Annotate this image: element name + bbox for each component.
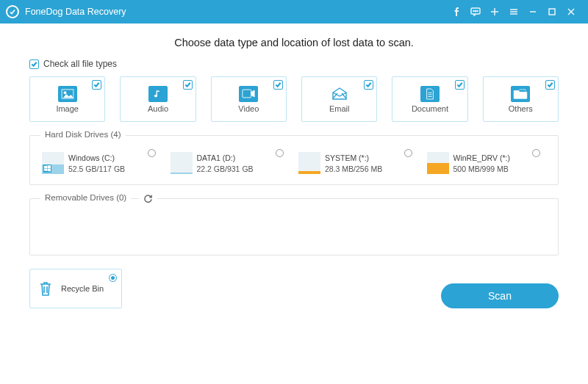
type-card-document[interactable]: Document: [392, 76, 467, 122]
menu-icon[interactable]: [504, 0, 523, 23]
footer: Recycle Bin Scan: [0, 269, 588, 322]
svg-point-1: [473, 10, 474, 11]
drive-item-c[interactable]: Windows (C:) 52.5 GB/117 GB: [40, 151, 163, 175]
type-checkbox-image[interactable]: [92, 80, 101, 90]
document-icon: [420, 86, 440, 102]
video-icon: [239, 86, 258, 102]
drive-radio[interactable]: [532, 149, 540, 157]
drive-radio[interactable]: [404, 149, 412, 157]
drive-item-system[interactable]: SYSTEM (*:) 28.3 MB/256 MB: [297, 151, 420, 175]
hdd-group: Hard Disk Drives (4) Windows (C:) 52.5 G…: [29, 135, 559, 185]
hdd-row: Windows (C:) 52.5 GB/117 GB DATA1 (D:) 2…: [40, 151, 548, 175]
type-label: Document: [412, 104, 448, 113]
svg-point-3: [477, 10, 478, 11]
email-icon: [330, 86, 349, 102]
drive-size: 28.3 MB/256 MB: [325, 164, 382, 174]
maximize-icon[interactable]: [542, 0, 562, 23]
type-checkbox-document[interactable]: [455, 80, 465, 90]
hdd-group-title: Hard Disk Drives (4): [40, 130, 126, 139]
type-label: Audio: [148, 104, 168, 113]
removable-group: Removable Drives (0): [29, 198, 559, 256]
type-card-video[interactable]: Video: [211, 76, 287, 122]
check-all-checkbox[interactable]: [29, 59, 39, 69]
check-all-label: Check all file types: [43, 59, 117, 69]
facebook-icon[interactable]: [447, 0, 466, 23]
drive-item-winre[interactable]: WinRE_DRV (*:) 500 MB/999 MB: [426, 151, 548, 175]
type-label: Video: [238, 104, 259, 113]
drive-radio[interactable]: [276, 149, 284, 157]
titlebar: FoneDog Data Recovery: [0, 0, 588, 23]
type-card-email[interactable]: Email: [301, 76, 377, 122]
minimize-icon[interactable]: [523, 0, 542, 23]
svg-rect-4: [549, 9, 555, 15]
recycle-label: Recycle Bin: [61, 284, 104, 293]
drive-icon: [171, 152, 193, 174]
type-checkbox-email[interactable]: [364, 80, 373, 90]
app-logo-icon: [6, 5, 19, 18]
type-label: Image: [56, 104, 79, 113]
svg-point-7: [154, 95, 157, 97]
svg-rect-8: [243, 90, 251, 98]
removable-group-title: Removable Drives (0): [40, 193, 131, 202]
refresh-button[interactable]: [139, 193, 157, 206]
drive-name: SYSTEM (*:): [325, 153, 382, 163]
trash-icon: [37, 280, 54, 297]
page-heading: Choose data type and location of lost da…: [29, 37, 559, 48]
type-card-others[interactable]: Others: [483, 76, 559, 122]
file-types-row: Image Audio Video Email Document Others: [29, 76, 559, 122]
type-label: Others: [509, 104, 533, 113]
image-icon: [58, 86, 77, 102]
drive-icon: [42, 152, 64, 174]
main-content: Choose data type and location of lost da…: [0, 37, 588, 256]
type-checkbox-others[interactable]: [545, 80, 555, 90]
drive-size: 52.5 GB/117 GB: [68, 164, 125, 174]
close-icon[interactable]: [562, 0, 581, 23]
type-label: Email: [329, 104, 350, 113]
drive-size: 500 MB/999 MB: [453, 164, 510, 174]
drive-icon: [298, 152, 320, 174]
folder-icon: [511, 86, 530, 102]
type-checkbox-video[interactable]: [273, 80, 283, 90]
type-card-image[interactable]: Image: [29, 76, 105, 122]
recycle-radio[interactable]: [109, 274, 117, 282]
drive-name: DATA1 (D:): [197, 153, 254, 163]
plus-icon[interactable]: [485, 0, 504, 23]
feedback-icon[interactable]: [466, 0, 485, 23]
removable-empty-area: [40, 214, 548, 246]
scan-button[interactable]: Scan: [441, 283, 559, 308]
recycle-bin-card[interactable]: Recycle Bin: [29, 269, 122, 308]
type-card-audio[interactable]: Audio: [120, 76, 196, 122]
drive-size: 22.2 GB/931 GB: [197, 164, 254, 174]
drive-name: Windows (C:): [68, 153, 125, 163]
svg-point-2: [475, 10, 476, 11]
type-checkbox-audio[interactable]: [183, 80, 193, 90]
check-all-row[interactable]: Check all file types: [29, 59, 559, 69]
drive-name: WinRE_DRV (*:): [453, 153, 510, 163]
audio-icon: [148, 86, 168, 102]
drive-icon: [427, 152, 449, 174]
drive-item-d[interactable]: DATA1 (D:) 22.2 GB/931 GB: [169, 151, 292, 175]
drive-radio[interactable]: [148, 149, 156, 157]
svg-point-6: [64, 91, 66, 93]
app-title: FoneDog Data Recovery: [25, 7, 126, 17]
scan-button-label: Scan: [488, 290, 512, 302]
